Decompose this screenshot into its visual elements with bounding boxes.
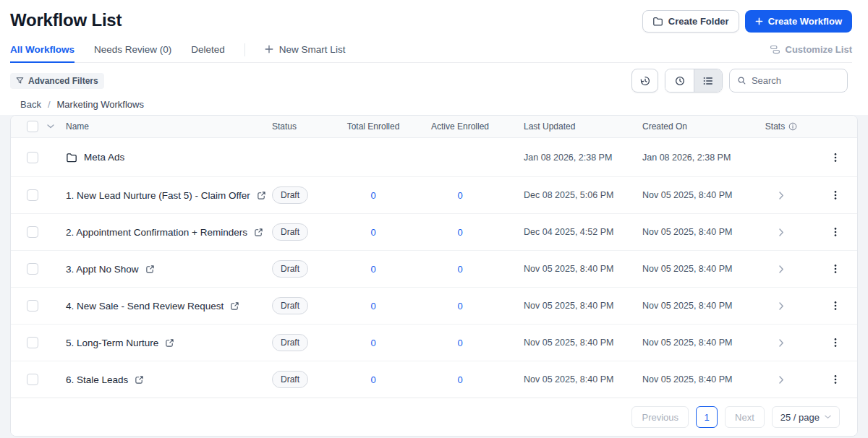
workflow-name[interactable]: 5. Long-Term Nurture [66,338,158,348]
clock-view-toggle[interactable] [665,69,694,92]
created-on-cell: Jan 08 2026, 2:38 PM [628,153,749,163]
customize-list-button[interactable]: Customize List [770,44,852,62]
row-expand-button[interactable] [776,226,787,239]
row-checkbox[interactable] [27,189,38,201]
workflow-name[interactable]: 6. Stale Leads [66,374,128,385]
total-enrolled-link[interactable]: 0 [370,338,375,348]
external-link-icon[interactable] [135,375,144,385]
row-actions-button[interactable] [830,186,841,204]
previous-page-button[interactable]: Previous [631,406,689,428]
create-workflow-label: Create Workflow [768,16,842,27]
row-actions-button[interactable] [830,297,841,314]
row-actions-button[interactable] [830,260,841,278]
row-expand-button[interactable] [776,262,787,276]
tab-needs-review[interactable]: Needs Review (0) [94,44,171,62]
chevron-right-icon [779,192,784,199]
new-smart-list-button[interactable]: New Smart List [265,44,346,62]
folder-name[interactable]: Meta Ads [84,152,124,163]
external-link-icon[interactable] [230,301,239,311]
folder-icon [66,152,77,163]
total-enrolled-link[interactable]: 0 [370,374,375,385]
active-enrolled-link[interactable]: 0 [457,301,462,312]
row-actions-button[interactable] [830,334,841,351]
list-view-toggle[interactable] [694,69,722,92]
row-checkbox[interactable] [27,226,38,238]
column-header-active-enrolled: Active Enrolled [413,121,507,132]
breadcrumb-current: Marketing Workflows [57,99,144,110]
table-row[interactable]: 2. Appointment Confirmation + RemindersD… [11,213,857,250]
table-row[interactable]: 4. New Sale - Send Review RequestDraft00… [11,287,857,324]
table-row[interactable]: 3. Appt No ShowDraft00Nov 05 2025, 8:40 … [11,250,857,287]
info-circle-icon[interactable] [788,122,797,131]
row-checkbox[interactable] [27,300,38,312]
last-updated-cell: Nov 05 2025, 8:40 PM [507,338,628,348]
table-row[interactable]: 5. Long-Term NurtureDraft00Nov 05 2025, … [11,324,857,361]
funnel-icon [16,77,24,85]
created-on-cell: Nov 05 2025, 8:40 PM [628,374,749,385]
workflow-name[interactable]: 4. New Sale - Send Review Request [66,301,224,312]
next-page-button[interactable]: Next [725,406,765,428]
row-actions-button[interactable] [830,149,841,166]
active-enrolled-link[interactable]: 0 [457,374,462,385]
workflow-name[interactable]: 2. Appointment Confirmation + Reminders [66,227,247,238]
total-enrolled-link[interactable]: 0 [370,301,375,312]
page-header: Workflow List Create Folder Create Workf… [0,0,868,93]
external-link-icon[interactable] [145,265,155,274]
history-button[interactable] [631,69,658,93]
search-box [729,69,848,93]
table-body: Meta AdsJan 08 2026, 2:38 PMJan 08 2026,… [11,138,857,398]
row-expand-button[interactable] [776,299,787,313]
advanced-filters-button[interactable]: Advanced Filters [10,73,104,89]
row-actions-button[interactable] [830,223,841,241]
table-row[interactable]: Meta AdsJan 08 2026, 2:38 PMJan 08 2026,… [11,138,857,176]
tab-deleted[interactable]: Deleted [191,44,225,62]
row-checkbox[interactable] [27,152,38,163]
status-badge: Draft [272,334,308,351]
created-on-cell: Nov 05 2025, 8:40 PM [628,190,749,200]
row-expand-button[interactable] [776,189,787,202]
chevron-right-icon [779,339,784,347]
workflow-name[interactable]: 1. New Lead Nurture (Fast 5) - Claim Off… [66,190,250,201]
active-enrolled-link[interactable]: 0 [457,227,462,238]
external-link-icon[interactable] [254,228,263,237]
tab-all-workflows[interactable]: All Workflows [10,44,75,62]
created-on-cell: Nov 05 2025, 8:40 PM [628,227,749,237]
kebab-menu-icon [834,226,837,238]
row-expand-button[interactable] [776,373,787,387]
row-actions-button[interactable] [830,371,841,388]
external-link-icon[interactable] [165,338,174,348]
chevron-down-icon[interactable] [47,124,54,129]
row-expand-button[interactable] [776,336,787,350]
create-folder-button[interactable]: Create Folder [642,10,739,33]
workflow-name[interactable]: 3. Appt No Show [66,264,139,275]
page-title: Workflow List [10,10,122,30]
create-workflow-button[interactable]: Create Workflow [745,10,852,33]
external-link-icon[interactable] [257,191,266,200]
total-enrolled-link[interactable]: 0 [370,190,375,201]
breadcrumb: Back / Marketing Workflows [0,93,868,115]
kebab-menu-icon [834,189,837,201]
active-enrolled-link[interactable]: 0 [457,190,462,201]
column-header-created-on: Created On [628,121,749,132]
created-on-cell: Nov 05 2025, 8:40 PM [628,301,749,311]
last-updated-cell: Nov 05 2025, 8:40 PM [507,374,628,385]
breadcrumb-back-link[interactable]: Back [20,99,41,110]
row-checkbox[interactable] [27,263,38,275]
table-row[interactable]: 6. Stale LeadsDraft00Nov 05 2025, 8:40 P… [11,361,857,398]
total-enrolled-link[interactable]: 0 [370,227,375,238]
total-enrolled-link[interactable]: 0 [370,264,375,275]
kebab-menu-icon [834,374,837,385]
clock-icon [674,75,686,87]
row-checkbox[interactable] [27,337,38,348]
active-enrolled-link[interactable]: 0 [457,338,462,348]
active-enrolled-link[interactable]: 0 [457,264,462,275]
search-input[interactable] [752,75,840,86]
status-badge: Draft [272,371,308,388]
workflow-table: Name Status Total Enrolled Active Enroll… [10,115,858,437]
customize-list-icon [770,44,780,55]
row-checkbox[interactable] [27,374,38,385]
select-all-checkbox[interactable] [27,121,38,132]
table-row[interactable]: 1. New Lead Nurture (Fast 5) - Claim Off… [11,176,857,213]
page-size-select[interactable]: 25 / page [772,406,840,428]
page-number-button[interactable]: 1 [696,406,718,428]
